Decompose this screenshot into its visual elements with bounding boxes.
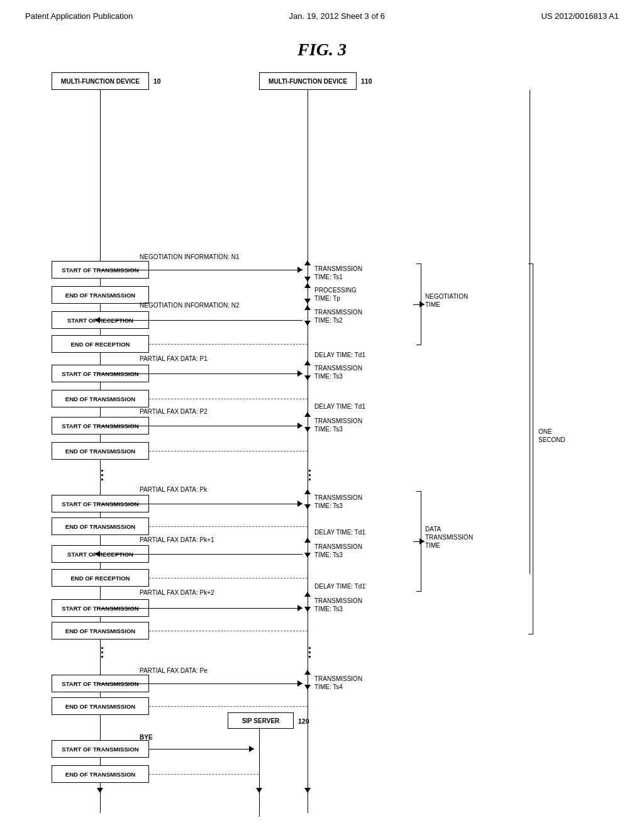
device1-box: MULTI-FUNCTION DEVICE: [52, 72, 149, 90]
trans-ts1: TRANSMISSIONTIME: Ts1: [314, 265, 362, 281]
partial-pk2: PARTIAL FAX DATA: Pk+2: [140, 589, 214, 596]
sip-server-num: 120: [298, 717, 309, 725]
arrow-up-ts2: [304, 305, 311, 310]
arrow-down-final-device1: [97, 788, 103, 793]
dash-end-tx-7: [149, 526, 308, 527]
arrow-neg-time-head: [419, 301, 425, 307]
dash-end-tx-5: [149, 451, 308, 451]
partial-p2: PARTIAL FAX DATA: P2: [140, 408, 208, 415]
delay-td1-c: DELAY TIME: Td1: [314, 529, 365, 536]
arrow-down-final-device2: [304, 788, 311, 793]
arrow-n1-head: [297, 267, 303, 273]
arrow-n2: [100, 320, 303, 321]
arrow-bye: [149, 749, 254, 750]
arrow-p1: [100, 374, 303, 374]
box-end-tx-7: END OF TRANSMISSION: [52, 517, 149, 535]
box-end-tx-1: END OF TRANSMISSION: [52, 286, 149, 304]
arrow-up-ts4: [304, 670, 311, 675]
data-trans-time-label: DATATRANSMISSIONTIME: [425, 525, 473, 550]
trans-ts3-d: TRANSMISSIONTIME: Ts3: [314, 543, 362, 559]
arrow-pe: [100, 683, 303, 684]
box-end-tx-13: END OF TRANSMISSION: [52, 765, 149, 783]
dash-end-tx-9: [149, 631, 308, 631]
dash-end-tx-11: [149, 706, 308, 707]
dash-end-tx-13: [149, 774, 258, 775]
arrow-up-ts3a: [304, 360, 311, 365]
page-header: Patent Application Publication Jan. 19, …: [0, 0, 644, 27]
figure-title: FIG. 3: [0, 40, 644, 60]
dash-end-rx-1: [149, 344, 308, 345]
trans-ts2: TRANSMISSIONTIME: Ts2: [314, 308, 362, 324]
arrow-pe-head: [297, 680, 303, 687]
timeline-sip: [259, 729, 260, 817]
arrow-p1-head: [297, 370, 303, 377]
arrow-up-ts3e: [304, 592, 311, 597]
trans-ts3-e: TRANSMISSIONTIME: Ts3: [314, 597, 362, 613]
arrow-up-ts1: [304, 260, 311, 265]
arrow-down-final-sip: [256, 788, 262, 793]
arrow-n2-head: [95, 317, 100, 323]
box-end-rx-1: END OF RECEPTION: [52, 335, 149, 353]
trans-ts3-a: TRANSMISSIONTIME: Ts3: [314, 364, 362, 380]
one-second-label: ONESECOND: [538, 428, 565, 444]
trans-ts4: TRANSMISSIONTIME: Ts4: [314, 675, 362, 691]
neg-info-n1: NEGOTIATION INFORMATION: N1: [140, 253, 240, 260]
neg-time-label: NEGOTIATIONTIME: [425, 292, 468, 309]
delay-td1-b: DELAY TIME: Td1: [314, 403, 365, 410]
arrow-down-ts3a: [304, 375, 311, 380]
box-end-rx-2: END OF RECEPTION: [52, 569, 149, 587]
partial-p1: PARTIAL FAX DATA: P1: [140, 355, 208, 362]
arrow-pk1-head: [95, 551, 100, 557]
box-end-tx-9: END OF TRANSMISSION: [52, 622, 149, 639]
proc-tp: PROCESSINGTIME: Tp: [314, 286, 357, 302]
delay-td1-d: DELAY TIME: Td1': [314, 583, 367, 590]
timeline-device2: [308, 90, 308, 813]
partial-pk1: PARTIAL FAX DATA: Pk+1: [140, 536, 214, 543]
header-left: Patent Application Publication: [25, 11, 133, 21]
arrow-down-ts3c: [304, 504, 311, 509]
arrow-up-ts3c: [304, 489, 311, 494]
partial-pk: PARTIAL FAX DATA: Pk: [140, 486, 207, 493]
trans-ts3-c: TRANSMISSIONTIME: Ts3: [314, 494, 362, 510]
arrow-down-ts3b: [304, 427, 311, 432]
arrow-down-ts2: [304, 321, 311, 326]
header-right: US 2012/0016813 A1: [541, 11, 619, 21]
dash-end-rx-2: [149, 578, 308, 578]
arrow-pk1: [100, 554, 303, 555]
box-end-tx-5: END OF TRANSMISSION: [52, 442, 149, 460]
device2-num: 110: [361, 77, 372, 85]
arrow-bye-head: [249, 746, 254, 752]
arrow-down-ts1: [304, 277, 311, 282]
arrow-up-ts3b: [304, 412, 311, 417]
delay-td1-a: DELAY TIME: Td1: [314, 351, 365, 358]
arrow-up-ts3d: [304, 538, 311, 543]
arrow-n1: [100, 270, 303, 270]
diagram: MULTI-FUNCTION DEVICE 10 MULTI-FUNCTION …: [14, 66, 630, 821]
neg-info-n2: NEGOTIATION INFORMATION: N2: [140, 302, 240, 309]
arrow-pk2-head: [297, 605, 303, 611]
arrow-down-tp: [304, 299, 311, 304]
box-end-tx-3: END OF TRANSMISSION: [52, 390, 149, 407]
arrow-pk: [100, 504, 303, 504]
sip-server-box: SIP SERVER: [228, 712, 294, 729]
arrow-pk2: [100, 608, 303, 609]
box-end-tx-11: END OF TRANSMISSION: [52, 697, 149, 715]
arrow-pk-head: [297, 501, 303, 507]
arrow-up-tp: [304, 283, 311, 288]
arrow-down-ts3e: [304, 607, 311, 612]
arrow-p2-head: [297, 423, 303, 429]
device2-box: MULTI-FUNCTION DEVICE: [259, 72, 357, 90]
arrow-p2: [100, 426, 303, 426]
arrow-down-ts3d: [304, 553, 311, 558]
dash-end-tx-3: [149, 399, 308, 399]
box-start-tx-12: START OF TRANSMISSION: [52, 740, 149, 758]
partial-pe: PARTIAL FAX DATA: Pe: [140, 667, 208, 674]
trans-ts3-b: TRANSMISSIONTIME: Ts3: [314, 417, 362, 433]
arrow-down-ts4: [304, 685, 311, 690]
device1-num: 10: [153, 77, 161, 85]
header-center: Jan. 19, 2012 Sheet 3 of 6: [289, 11, 386, 21]
bracket-one-second: [528, 263, 533, 634]
arrow-data-time-head: [419, 538, 425, 545]
